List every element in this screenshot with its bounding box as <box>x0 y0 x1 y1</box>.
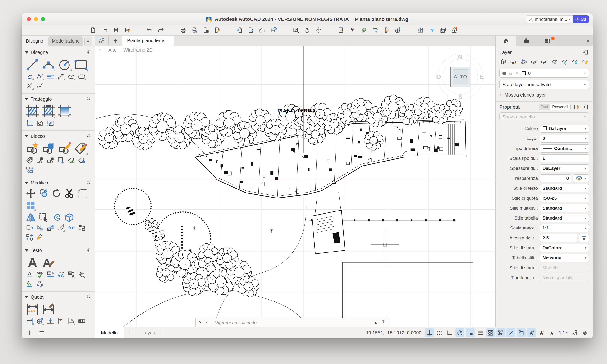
spline-tool[interactable] <box>36 82 44 90</box>
command-prompt[interactable]: >_ ▾ <box>196 318 210 327</box>
hatch-edit-tool[interactable] <box>46 119 55 127</box>
edit-properties-icon[interactable] <box>574 104 580 110</box>
trim-tool[interactable] <box>64 188 75 199</box>
dock-panel-icon[interactable] <box>583 104 589 110</box>
property-control-scala-annot-[interactable]: 1:1▾ <box>540 224 589 232</box>
save-button[interactable] <box>112 26 120 34</box>
manage-attributes-tool[interactable] <box>78 156 86 164</box>
polar-tracking-toggle[interactable] <box>507 328 515 337</box>
check-dimension-tool[interactable] <box>25 326 34 327</box>
pick-text-height-button[interactable] <box>579 234 589 242</box>
print-button[interactable] <box>179 26 187 34</box>
edit-attribute-tool[interactable] <box>74 141 88 155</box>
viewcube-north[interactable]: N <box>458 53 463 61</box>
save-as-button[interactable] <box>123 26 131 34</box>
boundary-tool[interactable] <box>25 119 34 127</box>
collapse-triangle-icon[interactable] <box>25 98 28 100</box>
filter-custom-button[interactable]: Personali <box>550 104 570 110</box>
redo-button[interactable] <box>157 26 165 34</box>
share-button[interactable] <box>428 26 435 34</box>
insert-region-tool[interactable] <box>57 156 65 164</box>
orbit-button[interactable] <box>315 26 322 34</box>
transparency-mode-dropdown[interactable]: ▾ <box>573 174 589 182</box>
compare-button[interactable] <box>416 26 424 34</box>
polar-toggle[interactable] <box>455 328 465 337</box>
property-control-trasparenza[interactable]: 0 <box>540 174 571 182</box>
spell-check-tool[interactable]: ABC <box>36 271 44 278</box>
viewport-menu-button[interactable]: + <box>99 47 101 53</box>
stretch-tool[interactable] <box>25 224 34 232</box>
import-button[interactable] <box>236 26 243 34</box>
snap-toggle[interactable] <box>435 328 444 337</box>
mirror-tool[interactable] <box>25 212 36 223</box>
convert-text-tool[interactable]: A <box>67 271 76 278</box>
share-drawing-icon[interactable] <box>381 319 386 325</box>
auto-annotation-toggle[interactable] <box>537 328 546 337</box>
replace-block-tool[interactable] <box>25 166 34 174</box>
dimension-tool[interactable] <box>25 302 40 316</box>
property-control-altezza-del-t-[interactable]: 2.5 <box>540 234 577 242</box>
find-text-tool[interactable]: A <box>78 271 86 278</box>
line-tool[interactable] <box>25 57 40 72</box>
count-button[interactable] <box>394 26 402 34</box>
tab-modello[interactable]: Modello <box>95 327 124 338</box>
fillet-tool[interactable] <box>77 188 87 199</box>
layer-freeze-icon[interactable] <box>550 58 558 65</box>
property-control-tipo-di-linea[interactable]: Contin...▾ <box>540 144 589 153</box>
array-tool[interactable] <box>25 200 36 211</box>
viewcube-west[interactable]: O <box>436 73 441 80</box>
block-table-tool[interactable] <box>36 156 44 164</box>
scale-tool[interactable] <box>46 224 55 232</box>
viewport-view-button[interactable]: Alto <box>108 47 116 53</box>
ordinate-dimension-tool[interactable] <box>57 317 65 325</box>
text-align-tool[interactable]: A <box>46 271 55 278</box>
baseline-dimension-tool[interactable] <box>67 317 76 325</box>
panel-settings-icon[interactable] <box>86 247 91 252</box>
layer-undo-icon[interactable] <box>520 58 528 65</box>
panel-settings-icon[interactable] <box>86 180 91 185</box>
tab-layout[interactable]: Layout <box>136 327 163 338</box>
filter-all-button[interactable]: Tutti <box>539 104 550 110</box>
circle-tool[interactable] <box>58 57 72 72</box>
layer-off-icon[interactable] <box>561 58 568 65</box>
panel-settings-icon[interactable] <box>86 49 91 54</box>
layer-state-dropdown[interactable]: Stato layer non salvato ▾ <box>499 80 589 89</box>
lineweight-toggle[interactable] <box>476 328 485 337</box>
add-panel-icon[interactable] <box>26 330 32 336</box>
viewcube[interactable]: N S O E ALTO <box>438 54 483 100</box>
drawing-tab-active[interactable]: Pianta piano terra <box>122 36 174 46</box>
single-text-tool[interactable]: A <box>25 271 34 278</box>
tab-disegno[interactable]: Disegno <box>22 37 47 46</box>
open-button[interactable] <box>100 26 108 34</box>
tool-palettes-button[interactable] <box>337 26 345 34</box>
angular-dimension-tool[interactable]: x <box>36 326 44 327</box>
collapse-triangle-icon[interactable] <box>25 296 28 298</box>
undo-button[interactable] <box>146 26 153 34</box>
property-control-tabella-stili-[interactable]: Nessuna▾ <box>540 254 589 262</box>
gradient-tool[interactable] <box>58 104 72 118</box>
transparency-toggle[interactable] <box>486 328 495 337</box>
tab-overview-icon[interactable] <box>95 36 109 46</box>
layer-tools-icon[interactable] <box>510 58 517 65</box>
pdf-settings-tool[interactable]: PDF <box>36 280 44 288</box>
rotate-tool[interactable] <box>51 188 62 199</box>
match-properties-button[interactable] <box>371 26 379 34</box>
zoom-window-button[interactable] <box>41 17 45 21</box>
offset-tool[interactable] <box>51 212 62 223</box>
purge-button[interactable] <box>383 26 390 34</box>
collapse-triangle-icon[interactable] <box>25 52 28 53</box>
property-control-colore[interactable]: DaLayer▾ <box>540 125 589 133</box>
new-file-button[interactable] <box>89 26 97 34</box>
panel-settings-icon[interactable] <box>86 294 91 299</box>
workspace-switch-button[interactable] <box>570 328 579 337</box>
annotation-scale-dropdown[interactable]: 1:1▾ <box>557 330 569 335</box>
arc-segments-tool[interactable] <box>25 72 34 80</box>
plot-button[interactable] <box>191 26 198 34</box>
web-save-button[interactable] <box>270 26 277 34</box>
center-mark-tool[interactable] <box>36 317 44 325</box>
ellipse-tool[interactable] <box>67 72 76 80</box>
grid-toggle[interactable] <box>425 328 434 337</box>
property-control-stile-tabella[interactable]: Standard▾ <box>540 214 589 222</box>
layer-unlock-icon[interactable] <box>581 58 589 65</box>
hatch-tool[interactable] <box>25 104 40 118</box>
